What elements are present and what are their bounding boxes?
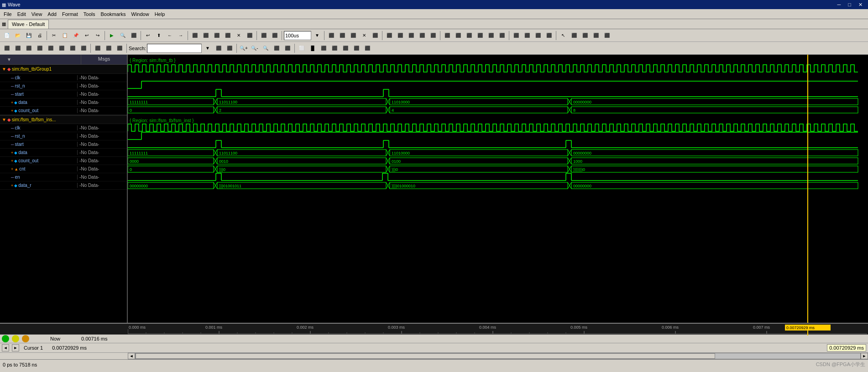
time-input[interactable] xyxy=(284,31,311,40)
tb-btn-33[interactable]: ✕ xyxy=(359,31,369,41)
sig-btn-7[interactable]: ⬛ xyxy=(68,43,78,53)
open-btn[interactable]: 📂 xyxy=(13,31,23,41)
close-btn[interactable]: ✕ xyxy=(855,2,866,8)
maximize-btn[interactable]: □ xyxy=(844,2,855,7)
wave-nav-3[interactable]: ⬛ xyxy=(115,43,125,53)
search-exec[interactable]: ⬛ xyxy=(214,43,224,53)
tb-btn-44[interactable]: ⬛ xyxy=(486,31,496,41)
sig-btn-2[interactable]: ⬛ xyxy=(13,43,23,53)
tb-btn-16[interactable]: ⬆ xyxy=(154,31,164,41)
tb-btn-19[interactable]: ⬛ xyxy=(190,31,200,41)
tb-btn-34[interactable]: ⬛ xyxy=(370,31,380,41)
save-btn[interactable]: 💾 xyxy=(24,31,34,41)
sig-btn-8[interactable]: ⬛ xyxy=(78,43,89,53)
tb-btn-47[interactable]: ⬛ xyxy=(522,31,532,41)
wave-type-1[interactable]: ⬜ xyxy=(297,43,307,53)
tb-btn-49[interactable]: ⬛ xyxy=(544,31,554,41)
tb-btn-51[interactable]: ⬛ xyxy=(569,31,579,41)
tb-btn-45[interactable]: ⬛ xyxy=(497,31,507,41)
tb-btn-32[interactable]: ⬛ xyxy=(348,31,358,41)
menu-file[interactable]: File xyxy=(1,10,15,18)
wave-type-5[interactable]: ⬛ xyxy=(340,43,350,53)
tb-btn-17[interactable]: ← xyxy=(165,31,175,41)
wave-tab[interactable]: Wave - Default xyxy=(8,20,49,29)
waveform-area[interactable]: { Region: sim:/fsm_tb } xyxy=(128,55,868,323)
tb-btn-20[interactable]: ⬛ xyxy=(201,31,211,41)
tb-btn-24[interactable]: ⬛ xyxy=(245,31,255,41)
scroll-left-btn[interactable]: ◄ xyxy=(128,353,135,359)
wave-nav-2[interactable]: ⬛ xyxy=(104,43,114,53)
tb-btn-15[interactable]: ↩ xyxy=(143,31,153,41)
tb-btn-53[interactable]: ⬛ xyxy=(591,31,601,41)
tb-btn-40[interactable]: ⬛ xyxy=(442,31,452,41)
search-dropdown[interactable]: ▼ xyxy=(203,43,213,53)
wave-type-7[interactable]: ⬛ xyxy=(362,43,372,53)
tb-btn-52[interactable]: ⬛ xyxy=(580,31,590,41)
wave-type-2[interactable]: █ xyxy=(308,43,318,53)
copy-btn[interactable]: 📋 xyxy=(60,31,70,41)
scrollbar-thumb[interactable] xyxy=(136,353,715,359)
zoom-out-btn[interactable]: 🔍- xyxy=(250,43,260,53)
tb-btn-54[interactable]: ⬛ xyxy=(602,31,612,41)
zoom-fit-btn[interactable]: ⬛ xyxy=(272,43,282,53)
sig-cnt[interactable]: + ▲ cnt -No Data- xyxy=(0,165,127,173)
menu-window[interactable]: Window xyxy=(129,10,152,18)
scroll-right-btn[interactable]: ► xyxy=(861,353,868,359)
wave-nav-1[interactable]: ⬛ xyxy=(93,43,103,53)
tb-btn-30[interactable]: ⬛ xyxy=(326,31,336,41)
sig-rstn-2[interactable]: ─ rst_n -No Data- xyxy=(0,132,127,140)
menu-tools[interactable]: Tools xyxy=(81,10,98,18)
tb-btn-14[interactable]: ⬛ xyxy=(129,31,139,41)
menu-add[interactable]: Add xyxy=(45,10,59,18)
sig-rstn-1[interactable]: ─ rst_n -No Data- xyxy=(0,82,127,90)
small-btn-1[interactable]: ◄ xyxy=(2,344,9,351)
menu-edit[interactable]: Edit xyxy=(15,10,29,18)
sig-btn-1[interactable]: ⬛ xyxy=(2,43,12,53)
tb-btn-43[interactable]: ⬛ xyxy=(475,31,485,41)
sig-data-r[interactable]: + ◆ data_r -No Data- xyxy=(0,181,127,190)
wave-type-6[interactable]: ⬛ xyxy=(351,43,361,53)
sig-en[interactable]: ─ en -No Data- xyxy=(0,173,127,181)
run-btn[interactable]: ▶ xyxy=(107,31,117,41)
zoom-sel-btn[interactable]: 🔍 xyxy=(261,43,271,53)
menu-format[interactable]: Format xyxy=(59,10,81,18)
paste-btn[interactable]: 📌 xyxy=(71,31,81,41)
tb-btn-48[interactable]: ⬛ xyxy=(533,31,543,41)
tb-btn-46[interactable]: ⬛ xyxy=(511,31,521,41)
redo-btn[interactable]: ↪ xyxy=(93,31,103,41)
sig-clk-1[interactable]: ─ clk -No Data- xyxy=(0,74,127,82)
find-btn[interactable]: 🔍 xyxy=(118,31,128,41)
sig-start-2[interactable]: ─ start -No Data- xyxy=(0,140,127,149)
sig-data-1[interactable]: + ◆ data -No Data- xyxy=(0,98,127,107)
menu-bookmarks[interactable]: Bookmarks xyxy=(98,10,128,18)
sig-countout-1[interactable]: + ◆ count_out -No Data- xyxy=(0,107,127,115)
tb-btn-23[interactable]: ✕ xyxy=(234,31,244,41)
tb-btn-25[interactable]: ⬛ xyxy=(259,31,269,41)
horizontal-scrollbar[interactable] xyxy=(135,353,861,359)
wave-type-3[interactable]: ⬛ xyxy=(319,43,329,53)
sig-data-2[interactable]: + ◆ data -No Data- xyxy=(0,149,127,157)
menu-view[interactable]: View xyxy=(29,10,45,18)
zoom-extra-btn[interactable]: ⬛ xyxy=(282,43,293,53)
cursor-btn[interactable]: ↖ xyxy=(558,31,568,41)
print-btn[interactable]: 🖨 xyxy=(35,31,45,41)
sig-btn-4[interactable]: ⬛ xyxy=(35,43,45,53)
tb-btn-37[interactable]: ⬛ xyxy=(406,31,416,41)
tb-btn-39[interactable]: ⬛ xyxy=(428,31,438,41)
tb-btn-21[interactable]: ⬛ xyxy=(212,31,222,41)
sig-btn-3[interactable]: ⬛ xyxy=(24,43,34,53)
group2-row[interactable]: ▼ ◆ sim:/fsm_tb/fsm_ins... xyxy=(0,115,127,124)
tb-btn-42[interactable]: ⬛ xyxy=(464,31,474,41)
group1-row[interactable]: ▼ ◆ sim:/fsm_tb/Group1 xyxy=(0,65,127,74)
undo-btn[interactable]: ↩ xyxy=(82,31,92,41)
zoom-in-btn[interactable]: 🔍+ xyxy=(239,43,249,53)
minimize-btn[interactable]: ─ xyxy=(834,2,845,7)
tb-btn-36[interactable]: ⬛ xyxy=(395,31,405,41)
time-unit-btn[interactable]: ▼ xyxy=(312,31,322,41)
menu-help[interactable]: Help xyxy=(152,10,168,18)
new-btn[interactable]: 📄 xyxy=(2,31,12,41)
cut-btn[interactable]: ✂ xyxy=(49,31,59,41)
search-input[interactable] xyxy=(147,44,202,53)
sig-start-1[interactable]: ─ start -No Data- xyxy=(0,90,127,98)
sig-countout-2[interactable]: + ◆ count_out -No Data- xyxy=(0,157,127,165)
